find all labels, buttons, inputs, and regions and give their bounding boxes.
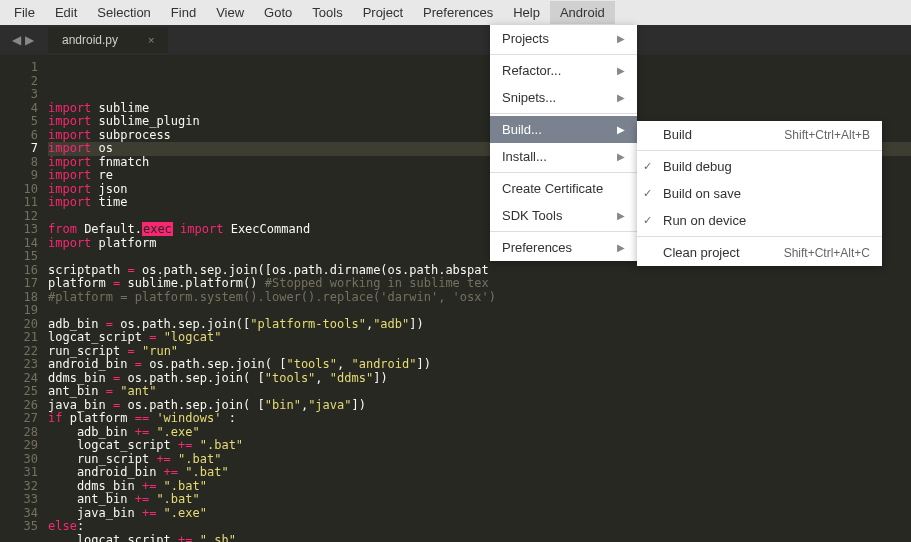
separator <box>490 54 637 55</box>
code-line: import sublime_plugin <box>48 115 911 129</box>
code-line: ant_bin = "ant" <box>48 385 911 399</box>
forward-icon[interactable]: ▶ <box>25 33 34 47</box>
code-line: run_script = "run" <box>48 345 911 359</box>
code-line <box>48 304 911 318</box>
code-line: from Default.exec import ExecCommand <box>48 223 911 237</box>
menu-selection[interactable]: Selection <box>87 1 160 24</box>
code-line: logcat_script += ".sh" <box>48 534 911 543</box>
chevron-right-icon: ▶ <box>617 33 625 44</box>
back-icon[interactable]: ◀ <box>12 33 21 47</box>
menu-find[interactable]: Find <box>161 1 206 24</box>
chevron-right-icon: ▶ <box>617 65 625 76</box>
code-line: import time <box>48 196 911 210</box>
code-line: adb_bin = os.path.sep.join(["platform-to… <box>48 318 911 332</box>
code-line: java_bin += ".exe" <box>48 507 911 521</box>
code-line: import sublime <box>48 102 911 116</box>
nav-arrows[interactable]: ◀ ▶ <box>6 33 40 47</box>
code-line: import subprocess <box>48 129 911 143</box>
code-line: android_bin += ".bat" <box>48 466 911 480</box>
menu-item-projects[interactable]: Projects▶ <box>490 25 637 52</box>
code-line <box>48 250 911 264</box>
line-gutter: 1234567891011121314151617181920212223242… <box>0 55 48 542</box>
code-line: import platform <box>48 237 911 251</box>
tab-label: android.py <box>62 33 118 47</box>
menu-goto[interactable]: Goto <box>254 1 302 24</box>
code-line: if platform == 'windows' : <box>48 412 911 426</box>
tab-bar: ◀ ▶ android.py × <box>0 25 911 55</box>
menu-file[interactable]: File <box>4 1 45 24</box>
code-line: platform = sublime.platform() #Stopped w… <box>48 277 911 291</box>
menu-preferences[interactable]: Preferences <box>413 1 503 24</box>
code-line: scriptpath = os.path.sep.join([os.path.d… <box>48 264 911 278</box>
code-line: #platform = platform.system().lower().re… <box>48 291 911 305</box>
code-line: import re <box>48 169 911 183</box>
code-line: import os <box>48 142 911 156</box>
menubar: FileEditSelectionFindViewGotoToolsProjec… <box>0 0 911 25</box>
code-line: logcat_script += ".bat" <box>48 439 911 453</box>
menu-view[interactable]: View <box>206 1 254 24</box>
code-line: android_bin = os.path.sep.join( ["tools"… <box>48 358 911 372</box>
code-line: ddms_bin = os.path.sep.join( ["tools", "… <box>48 372 911 386</box>
code-line: ant_bin += ".bat" <box>48 493 911 507</box>
menu-android[interactable]: Android <box>550 1 615 24</box>
code-line: run_script += ".bat" <box>48 453 911 467</box>
code-line: java_bin = os.path.sep.join( ["bin","jav… <box>48 399 911 413</box>
menu-tools[interactable]: Tools <box>302 1 352 24</box>
code-line: import json <box>48 183 911 197</box>
code-line: import fnmatch <box>48 156 911 170</box>
tab-android-py[interactable]: android.py × <box>48 27 168 53</box>
menu-edit[interactable]: Edit <box>45 1 87 24</box>
code-line: else: <box>48 520 911 534</box>
code-line <box>48 210 911 224</box>
editor[interactable]: 1234567891011121314151617181920212223242… <box>0 55 911 542</box>
menu-project[interactable]: Project <box>353 1 413 24</box>
code-area[interactable]: import sublimeimport sublime_pluginimpor… <box>48 55 911 542</box>
menu-item-refactor-[interactable]: Refactor...▶ <box>490 57 637 84</box>
code-line: ddms_bin += ".bat" <box>48 480 911 494</box>
close-icon[interactable]: × <box>148 34 154 46</box>
code-line: adb_bin += ".exe" <box>48 426 911 440</box>
code-line: logcat_script = "logcat" <box>48 331 911 345</box>
menu-help[interactable]: Help <box>503 1 550 24</box>
